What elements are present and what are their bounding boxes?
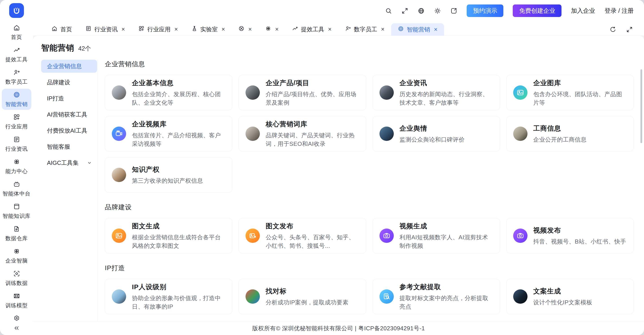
clover-icon bbox=[13, 158, 20, 166]
tools-content: 企业营销信息企业基本信息包括企业简介、发展历程、核心团队、企业文化等企业产品/项… bbox=[105, 60, 644, 322]
card-desc: 包含办公环境、团队活动、产品图片等 bbox=[533, 90, 627, 107]
category-付费投放AI工具[interactable]: 付费投放AI工具 bbox=[41, 124, 97, 137]
tool-card-企业基本信息[interactable]: 企业基本信息包括企业简介、发展历程、核心团队、企业文化等 bbox=[105, 75, 232, 110]
tool-card-企业视频库[interactable]: 企业视频库包括宣传片、产品介绍视频、客户采访视频等 bbox=[105, 116, 232, 152]
sidebar-item-label: 行业资讯 bbox=[5, 145, 28, 152]
card-desc: 设计个性化IP文案模板 bbox=[533, 298, 592, 306]
fullscreen-icon[interactable] bbox=[402, 8, 408, 14]
tool-card-企业资讯[interactable]: 企业资讯历史发布的新闻动态、行业洞察、技术文章、客户故事等 bbox=[372, 75, 500, 110]
sidebar-item-行业资讯[interactable]: 行业资讯 bbox=[2, 134, 31, 154]
tool-card-文案生成[interactable]: 文案生成设计个性化IP文案模板 bbox=[506, 279, 634, 314]
tool-card-视频生成[interactable]: 视频生成利用AI短视频数字人、AI混剪技术制作视频 bbox=[372, 218, 500, 253]
tool-card-工商信息[interactable]: 工商信息企业公开的工商信息 bbox=[506, 116, 634, 152]
close-tab-icon[interactable]: × bbox=[122, 26, 125, 32]
tool-card-核心营销词库[interactable]: 核心营销词库品牌关键词、产品关键词、行业热词，用于SEO和AI收录 bbox=[238, 116, 366, 152]
book-demo-button[interactable]: 预约演示 bbox=[467, 4, 503, 17]
sidebar-item-label: 智能营销 bbox=[5, 101, 28, 108]
tool-card-图文生成[interactable]: 图文生成根据企业营销信息生成符合各平台风格的文章和图文 bbox=[105, 218, 232, 253]
tool-card-企业产品/项目[interactable]: 企业产品/项目介绍产品/项目特点、优势、应用场景及案例 bbox=[238, 75, 366, 110]
tab-atom-icon[interactable]: × bbox=[232, 23, 258, 36]
card-desc: 第三方收录的知识产权信息 bbox=[132, 176, 203, 185]
product-photo bbox=[246, 86, 260, 100]
sidebar-item-智能营销[interactable]: 智能营销 bbox=[2, 89, 31, 110]
card-desc: 历史发布的新闻动态、行业洞察、技术文章、客户故事等 bbox=[400, 90, 493, 107]
robot-icon bbox=[13, 181, 20, 188]
tool-card-找对标[interactable]: 找对标分析成功IP案例，提取成功要素 bbox=[238, 279, 366, 314]
app-logo[interactable] bbox=[9, 3, 24, 18]
sidebar-item-训练模型[interactable]: 训练模型 bbox=[2, 290, 31, 311]
language-globe-icon[interactable] bbox=[418, 8, 425, 14]
section-heading: 品牌建设 bbox=[105, 203, 634, 212]
card-title: 知识产权 bbox=[132, 165, 203, 174]
sidebar-item-提效工具[interactable]: 提效工具 bbox=[2, 44, 31, 65]
card-title: 文案生成 bbox=[533, 287, 592, 296]
card-desc: 监测公众舆论和口碑评价 bbox=[400, 135, 465, 144]
brain-icon bbox=[13, 248, 20, 256]
ip-certificates-photo bbox=[112, 168, 126, 182]
tool-card-视频发布[interactable]: 视频发布抖音、视频号、B站、小红书、快手 bbox=[506, 218, 634, 253]
tool-card-知识产权[interactable]: 知识产权第三方收录的知识产权信息 bbox=[105, 157, 232, 192]
trend-icon bbox=[292, 26, 298, 33]
appearance-icon[interactable] bbox=[450, 8, 457, 14]
tab-行业资讯[interactable]: 行业资讯× bbox=[79, 23, 132, 36]
category-label: AIGC工具集 bbox=[47, 159, 79, 167]
close-tab-icon[interactable]: × bbox=[248, 26, 252, 32]
scrollbar-thumb[interactable] bbox=[640, 69, 642, 143]
sidebar-item-智能知识库[interactable]: 智能知识库 bbox=[2, 200, 31, 222]
search-icon[interactable] bbox=[385, 8, 392, 14]
tool-card-参考文献提取[interactable]: 参考文献提取提取对标文案中的亮点，分析提取亮点 bbox=[372, 279, 500, 314]
close-tab-icon[interactable]: × bbox=[275, 26, 278, 32]
tab-行业应用[interactable]: 行业应用× bbox=[132, 23, 185, 36]
trend-icon bbox=[13, 46, 20, 54]
category-label: IP打造 bbox=[47, 94, 64, 102]
page-count: 42个 bbox=[78, 44, 91, 52]
card-title: IP人设级别 bbox=[132, 282, 226, 292]
category-label: 智能客服 bbox=[47, 143, 70, 151]
join-enterprise-link[interactable]: 加入企业 bbox=[571, 7, 595, 15]
category-品牌建设[interactable]: 品牌建设 bbox=[41, 76, 97, 89]
sidebar-item-企业智脑[interactable]: 企业智脑 bbox=[2, 245, 31, 266]
collapse-sidebar-button[interactable] bbox=[0, 323, 33, 333]
category-AI营销获客工具[interactable]: AI营销获客工具 bbox=[41, 108, 97, 121]
category-智能客服[interactable]: 智能客服 bbox=[41, 140, 97, 153]
sidebar-item-数字员工[interactable]: 数字员工 bbox=[2, 66, 31, 88]
tab-智能营销[interactable]: 智能营销× bbox=[391, 23, 444, 36]
close-tab-icon[interactable]: × bbox=[434, 26, 438, 33]
theme-light-icon[interactable] bbox=[434, 8, 441, 14]
tab-实验室[interactable]: 实验室× bbox=[185, 23, 232, 36]
refresh-icon[interactable] bbox=[610, 26, 616, 33]
sidebar-item-首页[interactable]: 首页 bbox=[2, 22, 31, 43]
sidebar-item-行业应用[interactable]: 行业应用 bbox=[2, 111, 31, 132]
category-企业营销信息[interactable]: 企业营销信息 bbox=[41, 60, 97, 73]
chevron-down-icon[interactable] bbox=[87, 160, 92, 166]
sidebar-item-智能体中台[interactable]: 智能体中台 bbox=[2, 178, 31, 199]
tool-card-企业舆情[interactable]: 企业舆情监测公众舆论和口碑评价 bbox=[372, 116, 500, 152]
close-tab-icon[interactable]: × bbox=[222, 26, 225, 32]
home-icon bbox=[52, 26, 58, 33]
sidebar-nav: 首页提效工具数字员工智能营销行业应用行业资讯能力中心智能体中台智能知识库数据仓库… bbox=[0, 21, 33, 335]
tool-card-企业图库[interactable]: 企业图库包含办公环境、团队活动、产品图片等 bbox=[506, 75, 634, 110]
login-register-link[interactable]: 登录 / 注册 bbox=[604, 7, 634, 15]
tool-card-图文发布[interactable]: 图文发布公众号、头条号、百家号、知乎、小红书、简书、搜狐号... bbox=[238, 218, 366, 253]
category-AIGC工具集[interactable]: AIGC工具集 bbox=[41, 156, 97, 169]
category-label: 品牌建设 bbox=[47, 78, 70, 86]
tool-card-IP人设级别[interactable]: IP人设级别协助企业的形象与价值观，打造中日、有故事的IP bbox=[105, 279, 232, 314]
tab-提效工具[interactable]: 提效工具× bbox=[285, 23, 338, 36]
close-tab-icon[interactable]: × bbox=[174, 26, 178, 32]
grid-plus-icon bbox=[13, 114, 20, 122]
close-tab-icon[interactable]: × bbox=[328, 26, 332, 32]
category-IP打造[interactable]: IP打造 bbox=[41, 92, 97, 105]
newsroom-photo bbox=[380, 86, 394, 100]
tab-首页[interactable]: 首页 bbox=[45, 23, 79, 36]
tab-数字员工[interactable]: 数字员工× bbox=[338, 23, 391, 36]
close-tab-icon[interactable]: × bbox=[381, 26, 384, 32]
tab-label: 行业资讯 bbox=[94, 26, 118, 33]
tab-brain-icon[interactable]: × bbox=[258, 23, 285, 36]
footer-copyright: 版权所有© 深圳优秘智能科技有限公司 | 粤ICP备2023094291号-1 bbox=[33, 322, 644, 335]
create-enterprise-button[interactable]: 免费创建企业 bbox=[513, 4, 562, 17]
fullscreen-icon[interactable] bbox=[626, 26, 633, 33]
keywords-meeting-photo bbox=[246, 126, 260, 141]
sidebar-item-数据仓库[interactable]: 数据仓库 bbox=[2, 223, 31, 244]
sidebar-item-能力中心[interactable]: 能力中心 bbox=[2, 156, 31, 177]
sidebar-item-训练数据[interactable]: 训练数据 bbox=[2, 268, 31, 289]
